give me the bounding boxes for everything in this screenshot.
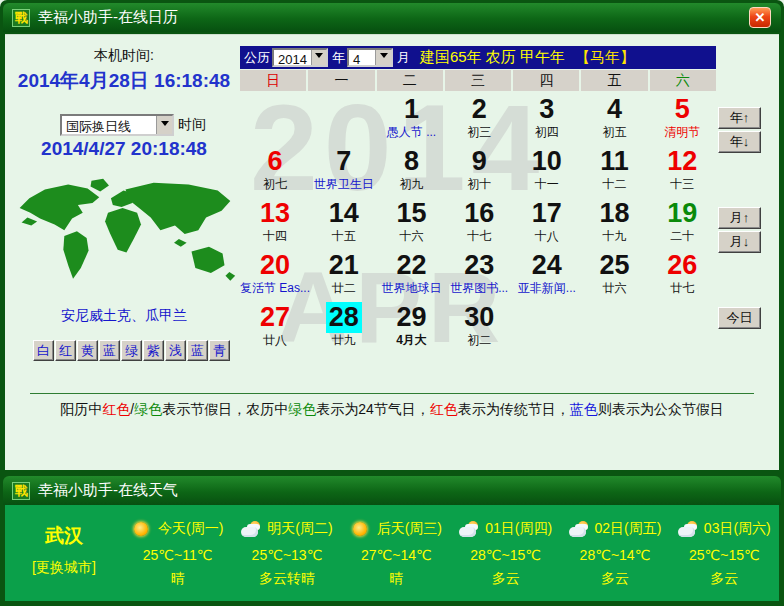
- calendar-day-cell[interactable]: 29 4月大: [378, 301, 446, 353]
- forecast-temperature: 28℃~14℃: [560, 547, 669, 563]
- chevron-down-icon[interactable]: [375, 50, 391, 65]
- calendar-day-cell[interactable]: [648, 301, 716, 353]
- year-select-value: 2014: [274, 50, 311, 65]
- timezone-select[interactable]: 国际换日线: [60, 114, 174, 136]
- forecast-condition: 晴: [123, 570, 232, 588]
- close-icon[interactable]: ✕: [749, 7, 771, 28]
- calendar-day-cell[interactable]: 5 清明节: [648, 93, 716, 145]
- color-button[interactable]: 黄: [77, 340, 98, 361]
- calendar-day-cell[interactable]: 8 初九: [378, 145, 446, 197]
- change-city-link[interactable]: [更换城市]: [5, 559, 123, 577]
- calendar-day-cell[interactable]: 3 初四: [513, 93, 581, 145]
- calendar-day-cell[interactable]: 11 十二: [581, 145, 649, 197]
- day-sublabel: 世界卫生日: [310, 177, 378, 191]
- month-select[interactable]: 4: [347, 48, 393, 67]
- calendar-day-cell[interactable]: 4 初五: [581, 93, 649, 145]
- month-up-button[interactable]: 月↑: [718, 207, 761, 229]
- calendar-day-cell[interactable]: 23 世界图书...: [445, 249, 513, 301]
- calendar-day-cell[interactable]: 9 初十: [445, 145, 513, 197]
- calendar-day-cell[interactable]: [581, 301, 649, 353]
- weather-icon: [132, 521, 152, 538]
- calendar-day-cell[interactable]: 12 十三: [648, 145, 716, 197]
- day-number: 4: [604, 94, 625, 125]
- forecast-day-label: 02日(周五): [595, 520, 662, 538]
- calendar-day-cell[interactable]: 19 二十: [648, 197, 716, 249]
- calendar-window: 戰 幸福小助手-在线日历 ✕ 本机时间: 2014年4月28日 16:18:48…: [0, 0, 784, 473]
- weather-icon: [241, 521, 261, 538]
- month-down-button[interactable]: 月↓: [718, 231, 761, 253]
- legend-segment: 红色: [102, 401, 130, 417]
- calendar-day-cell[interactable]: 26 廿七: [648, 249, 716, 301]
- legend-segment: 阳历中: [60, 401, 102, 417]
- chevron-down-icon[interactable]: [311, 50, 326, 65]
- calendar-day-cell[interactable]: 28 廿九: [310, 301, 378, 353]
- day-sublabel: 十四: [240, 229, 310, 243]
- color-button[interactable]: 浅: [165, 340, 186, 361]
- year-up-button[interactable]: 年↑: [718, 107, 761, 129]
- day-number: 24: [529, 250, 565, 281]
- day-sublabel: 廿八: [240, 333, 310, 347]
- weather-icon: [569, 521, 589, 538]
- forecast-day: 后天(周三) 27℃~14℃ 晴: [342, 505, 451, 601]
- forecast-condition: 多云: [451, 570, 560, 588]
- calendar-day-cell[interactable]: 27 廿八: [240, 301, 310, 353]
- calendar-day-cell[interactable]: 13 十四: [240, 197, 310, 249]
- calendar-day-cell[interactable]: [513, 301, 581, 353]
- calendar-day-cell[interactable]: 10 十一: [513, 145, 581, 197]
- calendar-day-cell[interactable]: 30 初二: [445, 301, 513, 353]
- calendar-day-cell[interactable]: 24 亚非新闻...: [513, 249, 581, 301]
- day-number: 21: [326, 250, 362, 281]
- day-number: 6: [264, 146, 285, 177]
- color-button[interactable]: 青: [209, 340, 230, 361]
- day-sublabel: 亚非新闻...: [513, 281, 581, 295]
- month-select-value: 4: [349, 50, 375, 65]
- app-screen: 戰 幸福小助手-在线日历 ✕ 本机时间: 2014年4月28日 16:18:48…: [0, 0, 784, 606]
- calendar-day-cell[interactable]: 2 初三: [445, 93, 513, 145]
- era-label: 公历: [244, 49, 270, 67]
- weekday-header-cell: 六: [650, 70, 716, 91]
- calendar-day-cell[interactable]: 14 十五: [310, 197, 378, 249]
- day-number: 19: [664, 198, 700, 229]
- calendar-day-cell[interactable]: 20 复活节 Eas...: [240, 249, 310, 301]
- calendar-body: 本机时间: 2014年4月28日 16:18:48 国际换日线 时间 2014/…: [5, 34, 779, 470]
- city-name: 武汉: [5, 523, 123, 549]
- calendar-day-cell[interactable]: 25 廿六: [581, 249, 649, 301]
- today-button[interactable]: 今日: [718, 307, 761, 329]
- weather-icon: [678, 521, 698, 538]
- local-datetime: 2014年4月28日 16:18:48: [5, 68, 243, 94]
- year-select[interactable]: 2014: [272, 48, 328, 67]
- calendar-day-cell[interactable]: 22 世界地球日: [378, 249, 446, 301]
- color-button[interactable]: 紫: [143, 340, 164, 361]
- color-button[interactable]: 蓝: [187, 340, 208, 361]
- color-button[interactable]: 蓝: [99, 340, 120, 361]
- calendar-day-cell[interactable]: [240, 93, 310, 145]
- day-number: 22: [393, 250, 429, 281]
- day-sublabel: 十一: [513, 177, 581, 191]
- color-button[interactable]: 白: [33, 340, 54, 361]
- forecast-day-label: 今天(周一): [158, 520, 223, 538]
- day-number: 25: [596, 250, 632, 281]
- chevron-down-icon[interactable]: [156, 116, 172, 134]
- year-down-button[interactable]: 年↓: [718, 131, 761, 153]
- forecast-day: 03日(周六) 25℃~15℃ 多云: [670, 505, 779, 601]
- day-sublabel: 二十: [648, 229, 716, 243]
- calendar-day-cell[interactable]: [310, 93, 378, 145]
- day-number: 12: [664, 146, 700, 177]
- legend-segment: 则表示为公众节假日: [598, 401, 724, 417]
- calendar-day-cell[interactable]: 6 初七: [240, 145, 310, 197]
- calendar-day-cell[interactable]: 7 世界卫生日: [310, 145, 378, 197]
- calendar-day-cell[interactable]: 15 十六: [378, 197, 446, 249]
- calendar-day-cell[interactable]: 21 廿二: [310, 249, 378, 301]
- calendar-day-cell[interactable]: 17 十八: [513, 197, 581, 249]
- legend-segment: 表示为24节气日，: [316, 401, 430, 417]
- color-button[interactable]: 绿: [121, 340, 142, 361]
- forecast-day: 02日(周五) 28℃~14℃ 多云: [560, 505, 669, 601]
- calendar-day-cell[interactable]: 1 愚人节 ...: [378, 93, 446, 145]
- calendar-day-cell[interactable]: 18 十九: [581, 197, 649, 249]
- color-button[interactable]: 红: [55, 340, 76, 361]
- zodiac-year-label: 【马年】: [575, 48, 635, 67]
- weather-icon: [351, 521, 371, 538]
- day-sublabel: 十六: [378, 229, 446, 243]
- calendar-day-cell[interactable]: 16 十七: [445, 197, 513, 249]
- forecast-day-label: 后天(周三): [377, 520, 442, 538]
